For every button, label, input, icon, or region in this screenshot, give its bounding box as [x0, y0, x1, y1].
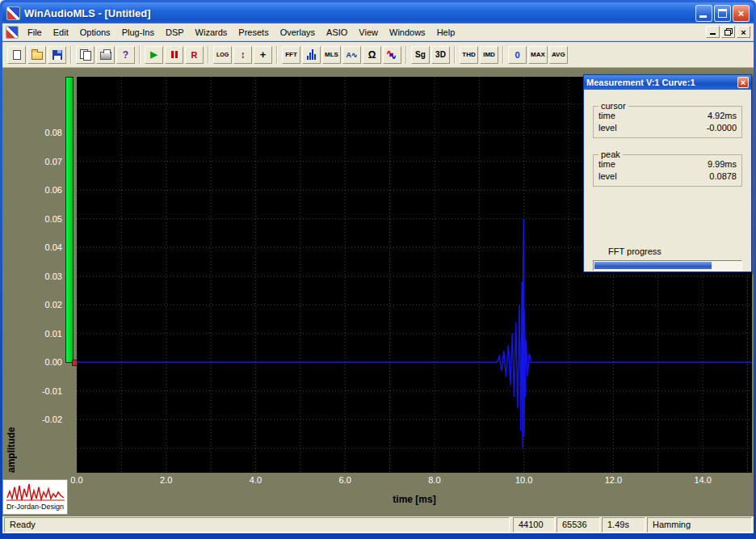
menu-item-windows[interactable]: Windows [384, 25, 431, 40]
open-button[interactable] [27, 46, 46, 64]
fft-progress-fill [594, 262, 712, 269]
menu-bar: FileEditOptionsPlug-InsDSPWizardsPresets… [2, 23, 754, 41]
vertical-zoom-button[interactable]: ↕ [233, 46, 252, 64]
measurement-close-button[interactable]: × [737, 77, 749, 88]
x-tick-label: 12.0 [600, 475, 626, 485]
cursor-time-label: time [598, 110, 615, 122]
peak-group-label: peak [598, 149, 623, 159]
y-tick-label: 0.03 [25, 272, 62, 281]
mdi-minimize-button[interactable] [706, 26, 720, 38]
vendor-logo-text: Dr-Jordan-Design [3, 503, 67, 511]
sweep-button[interactable]: A∿ [342, 46, 361, 64]
pause-button[interactable] [165, 46, 183, 64]
minimize-button[interactable] [695, 5, 712, 22]
toolbar-separator [454, 46, 456, 64]
status-sample-rate: 44100 [513, 517, 555, 533]
menu-item-options[interactable]: Options [74, 25, 116, 40]
toolbar-separator [276, 46, 278, 64]
mls-button[interactable]: MLS [322, 46, 341, 64]
menu-item-presets[interactable]: Presets [233, 25, 274, 40]
menu-item-edit[interactable]: Edit [48, 25, 74, 40]
menu-item-wizards[interactable]: Wizards [190, 25, 233, 40]
status-measurement-time: 1.49s [602, 517, 645, 533]
play-button[interactable]: ▶ [145, 46, 163, 64]
cursor-time-value: 4.92ms [708, 110, 737, 122]
toolbar-separator [208, 46, 209, 64]
client-area: amplitude 0.080.070.060.050.040.030.020.… [2, 68, 754, 516]
peak-level-label: level [598, 171, 617, 183]
y-axis-labels: 0.080.070.060.050.040.030.020.010.00-0.0… [25, 77, 64, 473]
status-fields: 44100655361.49sHamming [511, 517, 752, 533]
app-icon [6, 6, 20, 20]
fft-button[interactable]: FFT [282, 46, 300, 64]
copy-button[interactable] [76, 46, 94, 64]
x-tick-label: 2.0 [153, 475, 179, 485]
document-icon [6, 26, 19, 39]
new-button[interactable] [7, 46, 26, 64]
cursor-level-label: level [598, 122, 617, 134]
menu-item-plug-ins[interactable]: Plug-Ins [116, 25, 160, 40]
close-button[interactable]: × [733, 5, 750, 22]
pan-button[interactable]: + [254, 46, 272, 64]
x-axis-title: time [ms] [77, 494, 752, 505]
y-tick-label: -0.02 [25, 415, 62, 424]
y-axis-title: amplitude [6, 77, 17, 473]
maximize-button[interactable] [714, 5, 731, 22]
toolbar-separator [70, 46, 72, 64]
impedance-button[interactable]: Ω [363, 46, 381, 64]
help-button[interactable]: ? [116, 46, 135, 64]
imd-button[interactable]: IMD [480, 46, 498, 64]
menu-item-file[interactable]: File [22, 25, 48, 40]
menu-item-dsp[interactable]: DSP [160, 25, 190, 40]
measurement-window[interactable]: Measurement V:1 Curve:1 × cursor time 4.… [583, 74, 752, 272]
x-axis-labels: 0.02.04.06.08.010.012.014.0 [77, 475, 752, 486]
vendor-logo: Dr-Jordan-Design [2, 479, 68, 515]
y-tick-label: 0.07 [25, 157, 62, 166]
y-tick-label: 0.04 [25, 242, 62, 252]
measurement-title: Measurement V:1 Curve:1 [586, 78, 737, 87]
cursor-group-label: cursor [598, 101, 628, 111]
x-tick-label: 6.0 [332, 475, 358, 485]
menu-item-overlays[interactable]: Overlays [275, 25, 321, 40]
x-tick-label: 4.0 [242, 475, 268, 485]
status-fft-length: 65536 [556, 517, 600, 533]
cursor-level-row: level -0.0000 [598, 122, 737, 134]
status-bar: Ready 44100655361.49sHamming [2, 516, 754, 533]
y-tick-label: 0.08 [25, 128, 62, 137]
mdi-close-button[interactable]: × [737, 26, 750, 38]
fft-progress-label: FFT progress [608, 246, 751, 256]
spectrum-button[interactable] [302, 46, 321, 64]
peak-level-row: level 0.0878 [598, 171, 737, 183]
record-button[interactable]: R [185, 46, 204, 64]
zero-button[interactable]: 0 [508, 46, 527, 64]
save-button[interactable] [48, 46, 66, 64]
measurement-titlebar[interactable]: Measurement V:1 Curve:1 × [584, 75, 751, 90]
peak-time-label: time [598, 158, 615, 171]
scope-button[interactable]: ∿∿ [383, 46, 401, 64]
x-tick-label: 10.0 [511, 475, 537, 485]
peak-group: peak time 9.99ms level 0.0878 [593, 154, 742, 187]
print-button[interactable] [96, 46, 115, 64]
3d-button[interactable]: 3D [431, 46, 450, 64]
status-window-function: Hamming [647, 517, 752, 533]
titlebar[interactable]: WinAudioMLS - [Untitled] × [2, 2, 754, 23]
signal-generator-button[interactable]: Sg [411, 46, 430, 64]
y-tick-label: 0.05 [25, 214, 62, 224]
mdi-window-controls: × [704, 26, 752, 38]
peak-time-row: time 9.99ms [598, 158, 737, 171]
cursor-time-row: time 4.92ms [598, 110, 737, 122]
x-tick-label: 8.0 [422, 475, 447, 485]
avg-button[interactable]: AVG [549, 46, 568, 64]
menu-item-asio[interactable]: ASIO [321, 25, 353, 40]
menu-items: FileEditOptionsPlug-InsDSPWizardsPresets… [22, 25, 704, 40]
app-window: WinAudioMLS - [Untitled] × FileEditOptio… [0, 0, 756, 539]
log-scale-button[interactable]: LOG [213, 46, 232, 64]
vendor-logo-waveform [6, 482, 65, 503]
fft-progress-bar [593, 260, 742, 271]
menu-item-view[interactable]: View [353, 25, 384, 40]
thd-button[interactable]: THD [460, 46, 478, 64]
peak-level-value: 0.0878 [709, 171, 737, 183]
menu-item-help[interactable]: Help [431, 25, 461, 40]
max-hold-button[interactable]: MAX [528, 46, 548, 64]
mdi-restore-button[interactable] [721, 26, 735, 38]
